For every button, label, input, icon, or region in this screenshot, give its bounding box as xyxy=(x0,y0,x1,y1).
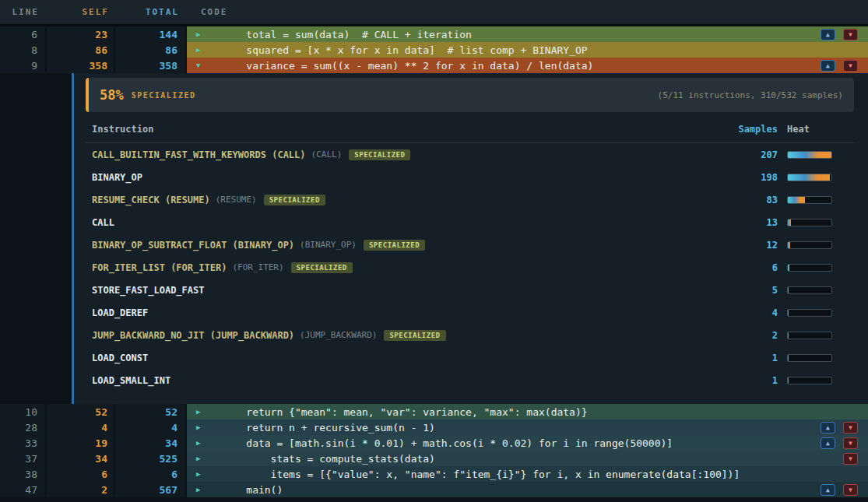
jump-up-button[interactable]: ▲ xyxy=(821,437,835,449)
line-number: 9 xyxy=(0,58,47,73)
instruction-base-name: (FOR_ITER) xyxy=(232,262,283,272)
code-row: 37 34 525 ▶ stats = compute_stats(data) … xyxy=(0,451,868,466)
heat-bar-fill xyxy=(788,242,790,248)
instruction-base-name: (BINARY_OP) xyxy=(300,240,357,250)
instruction-row: LOAD_CONST 1 xyxy=(86,346,854,369)
expand-toggle-icon[interactable]: ▶ xyxy=(196,470,207,478)
specialized-label: SPECIALIZED xyxy=(132,91,196,100)
code-text: data = [math.sin(i * 0.01) + math.cos(i … xyxy=(222,437,673,449)
heat-bar-fill xyxy=(788,377,789,384)
jump-down-button[interactable]: ▼ xyxy=(843,60,858,72)
instruction-row: CALL_BUILTIN_FAST_WITH_KEYWORDS (CALL) (… xyxy=(86,143,854,166)
instruction-samples: 1 xyxy=(708,375,778,386)
instruction-column-header: Instruction xyxy=(92,124,708,135)
heat-column-header: Heat xyxy=(787,124,832,135)
heat-bar-fill xyxy=(788,197,805,203)
heat-bar xyxy=(787,241,832,249)
code-text: stats = compute_stats(data) xyxy=(222,453,435,465)
jump-down-button[interactable]: ▼ xyxy=(843,484,858,496)
instruction-name: LOAD_DEREF xyxy=(92,307,148,318)
code-cell[interactable]: ▶ return {"mean": mean, "var": variance,… xyxy=(187,404,868,420)
jump-down-button[interactable]: ▼ xyxy=(843,422,858,434)
instruction-samples: 13 xyxy=(708,217,778,228)
instruction-row: LOAD_DEREF 4 xyxy=(86,301,854,324)
code-text: return {"mean": mean, "var": variance, "… xyxy=(222,406,588,418)
heat-bar-fill xyxy=(788,152,831,158)
code-cell[interactable]: ▼ variance = sum((x - mean) ** 2 for x i… xyxy=(187,58,868,73)
instruction-samples: 1 xyxy=(708,353,778,363)
code-cell[interactable]: ▶ items = [{"value": x, "name": f"item_{… xyxy=(187,466,868,482)
code-row: 9 358 358 ▼ variance = sum((x - mean) **… xyxy=(0,58,868,73)
heat-bar-fill xyxy=(788,287,789,293)
code-rows-bottom: 10 52 52 ▶ return {"mean": mean, "var": … xyxy=(0,404,868,497)
table-header: LINE SELF TOTAL CODE xyxy=(0,0,868,26)
code-cell[interactable]: ▶ total = sum(data) # CALL + iteration ▲… xyxy=(187,26,868,42)
code-cell[interactable]: ▶ return n + recursive_sum(n - 1) ▲ ▼ xyxy=(187,420,868,435)
instruction-name: CALL_BUILTIN_FAST_WITH_KEYWORDS (CALL) xyxy=(92,149,306,160)
instruction-name-cell: JUMP_BACKWARD_NO_JIT (JUMP_BACKWARD) (JU… xyxy=(92,330,708,341)
expand-toggle-icon[interactable]: ▶ xyxy=(196,408,207,416)
code-row: 38 6 6 ▶ items = [{"value": x, "name": f… xyxy=(0,466,868,482)
total-samples: 86 xyxy=(115,42,187,58)
heat-bar-fill xyxy=(788,310,789,316)
self-samples: 358 xyxy=(47,58,115,73)
expand-toggle-icon[interactable]: ▶ xyxy=(196,486,207,493)
jump-buttons: ▲ ▼ xyxy=(821,437,858,449)
line-number: 28 xyxy=(0,420,47,435)
code-row: 28 4 4 ▶ return n + recursive_sum(n - 1)… xyxy=(0,420,868,435)
heat-bar xyxy=(787,196,832,204)
line-number: 10 xyxy=(0,404,47,420)
samples-column-header: Samples xyxy=(708,124,778,135)
jump-down-button[interactable]: ▼ xyxy=(843,437,858,449)
expand-toggle-icon[interactable]: ▶ xyxy=(196,455,207,462)
instruction-name-cell: LOAD_CONST xyxy=(92,353,708,363)
jump-up-button[interactable]: ▲ xyxy=(821,60,835,72)
jump-up-button[interactable]: ▲ xyxy=(821,422,835,434)
code-cell[interactable]: ▶ data = [math.sin(i * 0.01) + math.cos(… xyxy=(187,435,868,451)
code-cell[interactable]: ▶ squared = [x * x for x in data] # list… xyxy=(187,42,868,58)
heat-bar-fill xyxy=(788,355,789,361)
jump-down-button[interactable]: ▼ xyxy=(843,453,858,465)
instruction-name: BINARY_OP xyxy=(92,172,142,183)
instruction-name-cell: CALL xyxy=(92,217,708,228)
specialization-summary: 58% SPECIALIZED (5/11 instructions, 310/… xyxy=(86,78,854,112)
heat-bar xyxy=(787,332,832,339)
heat-bar xyxy=(787,151,832,159)
jump-buttons: ▲ ▼ xyxy=(821,453,858,465)
instruction-rows: CALL_BUILTIN_FAST_WITH_KEYWORDS (CALL) (… xyxy=(86,143,854,391)
instruction-name: RESUME_CHECK (RESUME) xyxy=(92,195,210,205)
instruction-samples: 12 xyxy=(708,240,778,251)
expand-toggle-icon[interactable]: ▶ xyxy=(196,30,207,38)
specialization-panel: 58% SPECIALIZED (5/11 instructions, 310/… xyxy=(0,73,868,404)
instruction-samples: 83 xyxy=(708,195,778,205)
instruction-name: FOR_ITER_LIST (FOR_ITER) xyxy=(92,262,227,273)
heat-bar-fill xyxy=(788,174,830,181)
heat-bar xyxy=(787,219,832,226)
jump-buttons: ▲ ▼ xyxy=(821,422,858,434)
heat-bar xyxy=(787,174,832,181)
instruction-name: BINARY_OP_SUBTRACT_FLOAT (BINARY_OP) xyxy=(92,240,294,251)
heat-bar-fill xyxy=(788,332,789,339)
instruction-samples: 5 xyxy=(708,285,778,296)
specialized-badge: SPECIALIZED xyxy=(364,240,425,251)
code-row: 6 23 144 ▶ total = sum(data) # CALL + it… xyxy=(0,26,868,42)
expand-toggle-icon[interactable]: ▶ xyxy=(196,439,207,447)
instruction-name-cell: BINARY_OP xyxy=(92,172,708,183)
instruction-name-cell: CALL_BUILTIN_FAST_WITH_KEYWORDS (CALL) (… xyxy=(92,149,708,160)
panel-gutter xyxy=(0,73,72,404)
instruction-name-cell: BINARY_OP_SUBTRACT_FLOAT (BINARY_OP) (BI… xyxy=(92,240,708,251)
expand-toggle-icon[interactable]: ▶ xyxy=(196,423,207,431)
code-cell[interactable]: ▶ main() ▲ ▼ xyxy=(187,482,868,497)
instruction-row: LOAD_SMALL_INT 1 xyxy=(86,369,854,391)
self-samples: 6 xyxy=(47,466,115,482)
expand-toggle-icon[interactable]: ▼ xyxy=(196,61,207,69)
jump-up-button[interactable]: ▲ xyxy=(821,484,835,496)
instruction-name: CALL xyxy=(92,217,114,228)
column-header-line: LINE xyxy=(0,7,47,17)
jump-down-button[interactable]: ▼ xyxy=(843,29,858,40)
jump-up-button[interactable]: ▲ xyxy=(821,29,835,40)
expand-toggle-icon[interactable]: ▶ xyxy=(196,46,207,54)
instruction-row: BINARY_OP_SUBTRACT_FLOAT (BINARY_OP) (BI… xyxy=(86,233,854,256)
profiler-app: LINE SELF TOTAL CODE 6 23 144 ▶ total = … xyxy=(0,0,868,497)
code-cell[interactable]: ▶ stats = compute_stats(data) ▲ ▼ xyxy=(187,451,868,466)
